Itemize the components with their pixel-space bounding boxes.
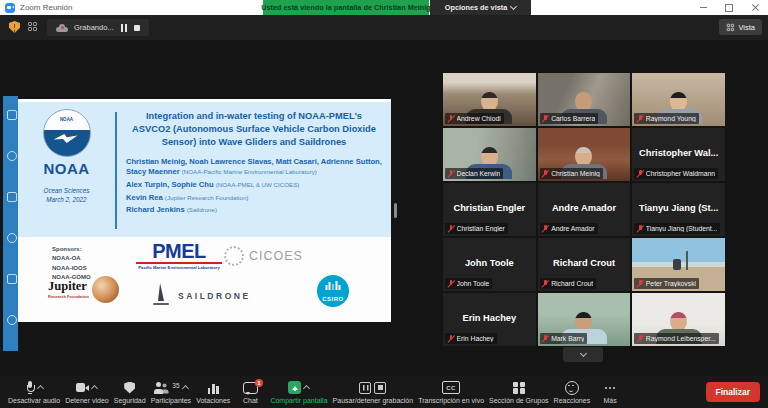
poll-bars-icon xyxy=(207,382,220,394)
more-button[interactable]: Más xyxy=(595,381,625,404)
participant-name-tag: Andre Amador xyxy=(540,223,598,234)
csiro-bars-icon xyxy=(326,281,341,290)
mic-muted-icon xyxy=(543,115,549,123)
pause-recording-icon[interactable] xyxy=(359,382,371,394)
participant-tile[interactable]: Erin Hachey Erin Hachey xyxy=(443,293,536,346)
cicoes-ring-icon xyxy=(224,246,244,266)
participant-name: Christian Engler xyxy=(457,225,505,232)
participant-name: Andre Amador xyxy=(551,225,594,232)
reactions-button[interactable]: Reacciones xyxy=(554,381,591,404)
author-names: Richard Jenkins xyxy=(126,205,185,214)
smiley-reactions-icon xyxy=(565,381,579,395)
view-options-button[interactable]: Opciones de vista xyxy=(430,0,531,15)
participant-name: Mark Barry xyxy=(551,335,584,342)
csiro-logo: CSIRO xyxy=(317,275,349,307)
chevron-down-icon xyxy=(510,3,517,10)
participant-name: Andrew Chiodi xyxy=(457,115,501,122)
saildrone-sail-icon xyxy=(153,283,169,305)
participant-name-tag: Raymond Leibensper... xyxy=(634,333,718,344)
polls-button[interactable]: Votaciones xyxy=(196,381,230,404)
cicoes-logo: CICOES xyxy=(224,246,303,266)
participant-tile[interactable]: Declan Kerwin xyxy=(443,128,536,181)
live-transcription-button[interactable]: CC Transcripción en vivo xyxy=(418,381,484,404)
gallery-scroll-down-button[interactable] xyxy=(563,347,603,362)
maximize-button[interactable] xyxy=(720,0,738,15)
chevron-up-icon[interactable] xyxy=(91,385,98,392)
participant-tile[interactable]: Carlos Barrera xyxy=(538,73,631,126)
chat-button[interactable]: 1 Chat xyxy=(235,381,265,404)
slide-title: Integration and in-water testing of NOAA… xyxy=(126,110,382,149)
participant-tile[interactable]: Peter Traykovski xyxy=(632,238,725,291)
participant-name-tag: Christian Engler xyxy=(445,223,508,234)
meeting-bar: Grabando... Vista xyxy=(0,15,768,40)
chevron-up-icon[interactable] xyxy=(181,385,188,392)
window-title: Zoom Reunión xyxy=(20,0,72,15)
participants-button[interactable]: 35 Participantes xyxy=(151,381,191,404)
participant-tile[interactable]: John Toole John Toole xyxy=(443,238,536,291)
grid-view-icon xyxy=(727,24,734,31)
author-affiliation: (NOAA-Pacific Marine Environmental Labor… xyxy=(182,168,317,175)
stop-recording-icon[interactable] xyxy=(134,25,140,31)
security-button[interactable]: Seguridad xyxy=(114,381,146,404)
participants-count: 35 xyxy=(172,382,179,389)
chevron-up-icon[interactable] xyxy=(303,385,310,392)
participant-tile[interactable]: Richard Crout Richard Crout xyxy=(538,238,631,291)
shield-icon xyxy=(124,382,135,394)
participant-name: Christopher Waldmann xyxy=(646,170,715,177)
meeting-info-shield-icon[interactable] xyxy=(9,21,20,33)
participant-name-tag: Raymond Young xyxy=(634,113,698,124)
recording-indicator: Grabando... xyxy=(47,19,149,36)
mic-muted-icon xyxy=(543,170,549,178)
mic-muted-icon xyxy=(637,280,643,288)
stop-recording-icon[interactable] xyxy=(374,382,386,394)
shared-screen-scrollbar[interactable] xyxy=(394,203,397,218)
participant-display-name: Christian Engler xyxy=(445,203,534,213)
author-names: Kevin Rea xyxy=(126,193,163,202)
participant-tile[interactable]: Tianyu Jiang (St... Tianyu Jiang (Studen… xyxy=(632,183,725,236)
participant-tile[interactable]: Mark Barry xyxy=(538,293,631,346)
end-meeting-button[interactable]: Finalizar xyxy=(706,382,760,402)
participant-tile[interactable]: Andre Amador Andre Amador xyxy=(538,183,631,236)
close-button[interactable] xyxy=(746,0,764,15)
participant-name: Richard Crout xyxy=(551,280,593,287)
slide-header-section: NOAA NOAA Ocean Sciences March 2, 2022 I… xyxy=(18,102,391,237)
mic-muted-icon xyxy=(637,225,643,233)
breakout-rooms-button[interactable]: Sección de Grupos xyxy=(489,381,549,404)
participant-tile[interactable]: Christopher Wal... Christopher Waldmann xyxy=(632,128,725,181)
slide-left-column: NOAA NOAA Ocean Sciences March 2, 2022 xyxy=(18,102,115,237)
mute-audio-button[interactable]: Desactivar audio xyxy=(8,381,60,404)
participant-display-name: Christopher Wal... xyxy=(634,148,723,158)
mic-muted-icon xyxy=(448,170,454,178)
slide-sponsors-section: Sponsors: NOAA-OA NOAA-IOOS NOAA-GOMO PM… xyxy=(18,237,391,322)
view-button-label: Vista xyxy=(738,23,755,32)
participant-tile[interactable]: Raymond Leibensper... xyxy=(632,293,725,346)
pause-recording-icon[interactable] xyxy=(120,24,128,32)
participant-name: Raymond Young xyxy=(646,115,696,122)
shared-slide: NOAA NOAA Ocean Sciences March 2, 2022 I… xyxy=(18,99,391,322)
share-screen-button[interactable]: Compartir pantalla xyxy=(270,381,327,404)
participant-tile[interactable]: Christian Engler Christian Engler xyxy=(443,183,536,236)
participant-tile[interactable]: Andrew Chiodi xyxy=(443,73,536,126)
microphone-icon xyxy=(26,381,35,394)
cloud-recording-icon xyxy=(56,24,68,32)
participant-tile[interactable]: Raymond Young xyxy=(632,73,725,126)
author-affiliation: (Saildrone) xyxy=(187,206,217,213)
participant-name-tag: Richard Crout xyxy=(540,278,596,289)
participant-name-tag: Erin Hachey xyxy=(445,333,497,344)
mic-muted-icon xyxy=(543,335,549,343)
minimize-button[interactable] xyxy=(694,0,712,15)
noaa-logo: NOAA xyxy=(43,109,91,157)
chevron-up-icon[interactable] xyxy=(37,385,44,392)
stop-video-button[interactable]: Detener video xyxy=(65,381,109,404)
participant-name-tag: Andrew Chiodi xyxy=(445,113,504,124)
participant-tile-active-speaker[interactable]: Christian Meinig xyxy=(538,128,631,181)
participant-display-name: Erin Hachey xyxy=(445,313,534,323)
view-button[interactable]: Vista xyxy=(719,19,762,35)
gallery-grid-icon[interactable] xyxy=(28,22,37,31)
participant-name: Carlos Barrera xyxy=(551,115,595,122)
participant-name: Christian Meinig xyxy=(551,170,600,177)
pause-stop-recording-button[interactable]: Pausar/detener grabación xyxy=(333,381,414,404)
participant-name-tag: Peter Traykovski xyxy=(634,278,699,289)
event-date: March 2, 2022 xyxy=(46,196,86,203)
participant-name-tag: Carlos Barrera xyxy=(540,113,599,124)
